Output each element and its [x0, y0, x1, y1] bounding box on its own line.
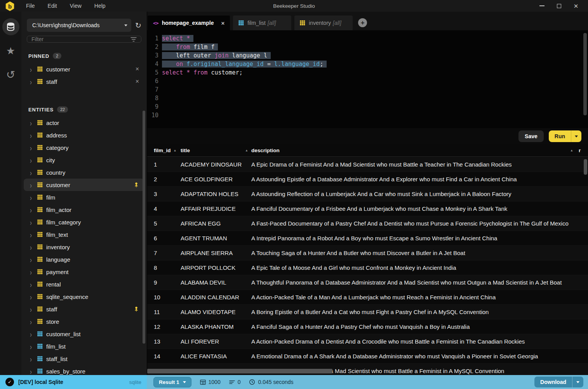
chevron-right-icon[interactable]: › [30, 280, 34, 288]
minimize-button[interactable] [539, 3, 545, 9]
entity-item-rental[interactable]: ›rental [24, 278, 144, 290]
pin-icon[interactable] [134, 182, 139, 188]
chevron-right-icon[interactable]: › [30, 342, 34, 350]
chevron-right-icon[interactable]: › [30, 330, 34, 338]
entity-item-staff_list[interactable]: ›staff_list [24, 353, 144, 365]
download-options-button[interactable] [572, 377, 583, 387]
table-row[interactable]: 6AGENT TRUMANA Intrepid Panorama of a Ro… [147, 231, 588, 246]
entity-item-film_category[interactable]: ›film_category [24, 216, 144, 228]
chevron-right-icon[interactable]: › [30, 293, 34, 300]
column-header-title[interactable]: title▲ [181, 148, 251, 153]
table-row[interactable]: 11ALAMO VIDEOTAPEA Boring Epistle of a B… [147, 305, 588, 320]
tables-nav-button[interactable] [2, 18, 19, 35]
favorites-nav-button[interactable]: ★ [2, 42, 19, 59]
cell-description: A Touching Saga of a Hunter And a Butler… [251, 250, 588, 256]
cell-film-id: 10 [147, 294, 181, 300]
run-options-button[interactable] [571, 130, 581, 142]
pinned-item-staff[interactable]: ›staff× [24, 75, 144, 88]
menu-edit[interactable]: Edit [48, 3, 57, 9]
filter-input[interactable] [31, 36, 130, 42]
table-row[interactable]: 8AIRPORT POLLOCKA Epic Tale of a Moose A… [147, 260, 588, 275]
result-selector[interactable]: Result 1 [153, 377, 191, 387]
menu-file[interactable]: File [26, 3, 35, 9]
table-row[interactable]: 14ALICE FANTASIAA Emotional Drama of a A… [147, 349, 588, 364]
table-row[interactable]: 13ALI FOREVERA Action-Packed Drama of a … [147, 334, 588, 349]
entity-item-customer_list[interactable]: ›customer_list [24, 328, 144, 340]
maximize-button[interactable] [556, 3, 562, 9]
table-row[interactable]: 3ADAPTATION HOLESA Astounding Reflection… [147, 187, 588, 201]
close-tab-icon[interactable]: × [217, 20, 225, 26]
save-button[interactable]: Save [518, 130, 544, 142]
table-row[interactable]: 10ALADDIN CALENDARA Action-Packed Tale o… [147, 290, 588, 305]
new-tab-button[interactable]: + [358, 18, 367, 27]
entity-item-sales_by_store[interactable]: ›sales_by_store [24, 365, 144, 375]
close-button[interactable]: ✕ [573, 3, 579, 9]
chevron-right-icon[interactable]: › [30, 181, 34, 189]
entity-item-sqlite_sequence[interactable]: ›sqlite_sequence [24, 290, 144, 303]
table-row[interactable]: 2ACE GOLDFINGERA Astounding Epistle of a… [147, 172, 588, 187]
table-row[interactable]: 12ALASKA PHANTOMA Fanciful Saga of a Hun… [147, 320, 588, 334]
entity-item-actor[interactable]: ›actor [24, 116, 144, 129]
column-header-film-id[interactable]: film_id▲ [147, 148, 181, 153]
entity-item-store[interactable]: ›store [24, 315, 144, 328]
entity-item-city[interactable]: ›city [24, 154, 144, 166]
tab-film_list[interactable]: film_list[all] [233, 16, 291, 30]
entity-item-staff[interactable]: ›staff [24, 303, 144, 315]
menu-help[interactable]: Help [94, 3, 106, 9]
results-vertical-scrollbar[interactable] [584, 159, 587, 175]
chevron-right-icon[interactable]: › [30, 119, 34, 127]
run-button[interactable]: Run [549, 130, 571, 142]
column-header-partial[interactable]: r [579, 148, 588, 153]
chevron-right-icon[interactable]: › [30, 193, 34, 201]
entity-item-film_list[interactable]: ›film_list [24, 340, 144, 353]
entity-item-film[interactable]: ›film [24, 191, 144, 203]
chevron-right-icon[interactable]: › [30, 206, 34, 214]
chevron-right-icon[interactable]: › [30, 131, 34, 139]
sidebar-scrollbar[interactable] [143, 111, 145, 344]
column-header-description[interactable]: description▲ [251, 148, 579, 153]
sql-editor[interactable]: 12345678910 select * from film f left ou… [147, 30, 588, 128]
pin-icon[interactable] [134, 306, 139, 312]
pinned-item-customer[interactable]: ›customer× [24, 63, 144, 75]
chevron-right-icon[interactable]: › [30, 255, 34, 263]
chevron-right-icon[interactable]: › [30, 218, 34, 226]
chevron-right-icon[interactable]: › [30, 268, 34, 276]
tab-homepage_example[interactable]: <>homepage_example× [148, 16, 230, 30]
table-row[interactable]: 1ACADEMY DINOSAURA Epic Drama of a Femin… [147, 157, 588, 172]
download-button[interactable]: Download [534, 377, 572, 387]
entity-item-country[interactable]: ›country [24, 166, 144, 179]
chevron-right-icon[interactable]: › [30, 305, 34, 313]
entity-item-film_actor[interactable]: ›film_actor [24, 203, 144, 216]
entity-item-inventory[interactable]: ›inventory [24, 241, 144, 253]
chevron-right-icon[interactable]: › [30, 156, 34, 164]
chevron-right-icon[interactable]: › [30, 231, 34, 238]
tab-inventory[interactable]: inventory[all] [294, 16, 353, 30]
chevron-right-icon[interactable]: › [30, 355, 34, 363]
editor-scrollbar[interactable] [583, 33, 587, 115]
entity-item-film_text[interactable]: ›film_text [24, 228, 144, 241]
table-row[interactable]: 4AFFAIR PREJUDICEA Fanciful Documentary … [147, 201, 588, 216]
table-row[interactable]: 5AFRICAN EGGA Fast-Paced Documentary of … [147, 216, 588, 231]
history-nav-button[interactable]: ↺ [2, 66, 19, 83]
entity-item-address[interactable]: ›address [24, 129, 144, 141]
entity-item-language[interactable]: ›language [24, 253, 144, 266]
chevron-right-icon[interactable]: › [30, 144, 34, 151]
menu-view[interactable]: View [70, 3, 82, 9]
chevron-right-icon[interactable]: › [30, 367, 34, 375]
chevron-right-icon[interactable]: › [30, 243, 34, 251]
table-row[interactable]: 9ALABAMA DEVILA Thoughtful Panorama of a… [147, 275, 588, 290]
table-row[interactable]: 7AIRPLANE SIERRAA Touching Saga of a Hun… [147, 246, 588, 260]
results-horizontal-scrollbar[interactable] [147, 369, 332, 373]
connection-dropdown[interactable]: C:\Users\ghstng\Downloads [27, 19, 131, 32]
editor-code[interactable]: select * from film f left outer join lan… [162, 34, 588, 128]
entity-item-payment[interactable]: ›payment [24, 266, 144, 278]
unpin-close-icon[interactable]: × [136, 78, 139, 85]
entity-item-customer[interactable]: ›customer [24, 179, 144, 191]
unpin-close-icon[interactable]: × [136, 66, 139, 73]
entity-item-category[interactable]: ›category [24, 141, 144, 154]
refresh-icon[interactable]: ↻ [135, 22, 141, 29]
chevron-right-icon[interactable]: › [30, 168, 34, 176]
chevron-right-icon[interactable]: › [30, 78, 34, 85]
chevron-right-icon[interactable]: › [30, 318, 34, 325]
chevron-right-icon[interactable]: › [30, 65, 34, 73]
